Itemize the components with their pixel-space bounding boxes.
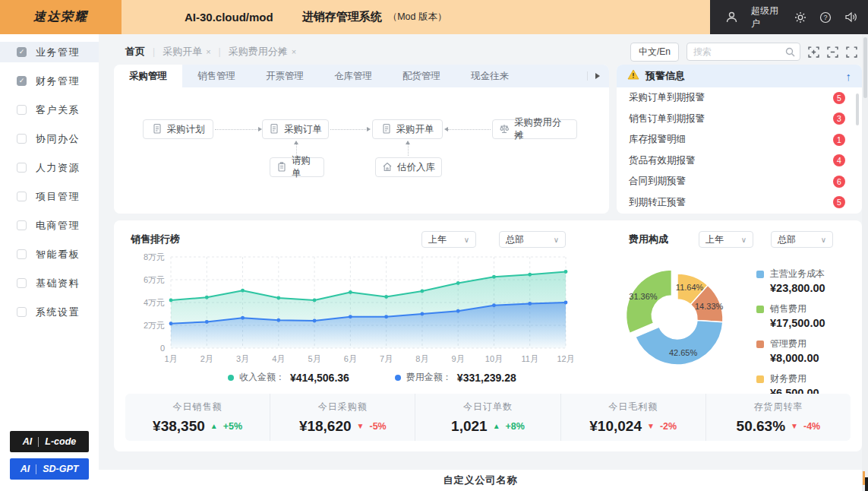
gear-icon[interactable] [794,11,806,24]
sidebar-item-4[interactable]: 协同办公 [0,128,99,149]
kpi-stat-1: 今日销售额¥38,350▲+5% [125,394,270,441]
alert-scrollbar[interactable] [856,93,859,125]
kpi-value-row: 1,021▲+8% [451,418,525,435]
tab-overflow-divider [587,71,588,81]
module-tab-4[interactable]: 仓库管理 [319,65,387,87]
tab-overflow-button[interactable] [578,65,609,87]
checkbox-icon[interactable]: ✓ [17,47,27,57]
sidebar-item-label: 人力资源 [36,161,80,175]
alert-item-6[interactable]: 到期转正预警5 [617,192,862,214]
module-tab-3[interactable]: 开票管理 [251,65,319,87]
donut-legend-name: 销售费用 [756,303,825,315]
module-tab-2[interactable]: 销售管理 [182,65,251,87]
dashboard-card: 销售排行榜 上年∨ 总部∨ 02万元4万元6万元8万元1月2月3月4月5月6月7… [114,220,862,451]
checkbox-icon[interactable]: ✓ [17,76,27,86]
module-tab-5[interactable]: 配货管理 [387,65,456,87]
sidebar-item-7[interactable]: 电商管理 [0,215,99,236]
alert-item-3[interactable]: 库存报警明细1 [617,129,862,150]
flow-node-5[interactable]: 请购单 [270,157,324,177]
sales-org-select[interactable]: 总部∨ [499,231,566,248]
donut-legend-item-1: 主营业务成本¥23,800.00 [756,268,825,294]
checkbox-icon[interactable] [17,105,27,115]
module-tab-bar: 采购管理销售管理开票管理仓库管理配货管理现金往来 [114,65,609,87]
sidebar-item-5[interactable]: 人力资源 [0,157,99,178]
legend-swatch [756,341,764,348]
expense-org-select[interactable]: 总部∨ [771,231,833,248]
kpi-change: -5% [369,421,386,432]
search-icon[interactable] [785,47,795,57]
sidebar-item-9[interactable]: 基础资料 [0,273,99,293]
checkbox-icon[interactable] [17,249,27,259]
alert-item-2[interactable]: 销售订单到期报警3 [617,109,862,130]
current-user-label[interactable]: 超级用户 [751,5,781,30]
module-tab-6[interactable]: 现金往来 [456,65,524,87]
user-icon[interactable] [725,11,738,24]
svg-text:11.64%: 11.64% [676,283,704,292]
breadcrumb-tab[interactable]: 首页 [125,45,145,59]
sidebar-item-6[interactable]: 项目管理 [0,186,99,207]
flow-node-2[interactable]: 采购订单 [262,119,329,139]
svg-text:8万元: 8万元 [144,252,165,261]
alert-item-1[interactable]: 采购订单到期报警5 [617,87,862,109]
sidebar-item-label: 业务管理 [36,46,80,59]
page-scrollbar[interactable] [862,34,868,491]
checkbox-icon[interactable] [17,307,27,317]
sdgpt-badge[interactable]: AI SD-GPT [10,458,89,480]
sidebar-item-8[interactable]: 智能看板 [0,244,99,265]
zoom-out-icon[interactable] [827,46,838,58]
badge-prefix: AI [23,436,33,447]
sidebar-item-1[interactable]: ✓业务管理 [0,42,99,62]
alert-item-5[interactable]: 合同到期预警6 [617,171,862,192]
donut-legend-value: ¥17,500.00 [770,317,825,329]
checkbox-icon[interactable] [17,163,27,173]
svg-text:2万元: 2万元 [144,321,165,330]
trend-down-icon: ▼ [791,422,798,430]
lcode-badge[interactable]: AI L-code [10,431,89,452]
select-value: 上年 [705,233,724,246]
checkbox-icon[interactable] [17,134,27,144]
zoom-in-icon[interactable] [808,46,819,58]
legend-swatch [756,306,764,313]
flow-node-6[interactable]: 估价入库 [375,157,442,177]
trend-up-icon: ▲ [493,422,500,430]
search-input[interactable] [693,46,785,57]
close-icon[interactable]: × [292,47,296,56]
language-toggle-button[interactable]: 中文/En [630,43,679,62]
fullscreen-icon[interactable] [846,46,857,58]
scrollbar-thumb[interactable] [863,37,867,98]
product-name: AI-30.cloud/mod [185,11,273,24]
flow-node-1[interactable]: 采购计划 [143,119,213,139]
flow-node-3[interactable]: 采购开单 [372,119,443,139]
breadcrumb-tab[interactable]: 采购费用分摊× [229,45,296,59]
sidebar-item-2[interactable]: ✓财务管理 [0,71,99,91]
flow-node-label: 采购订单 [284,123,322,136]
legend-dot [228,375,234,381]
kpi-stat-2: 今日采购额¥18,620▼-5% [270,394,415,441]
sidebar-item-label: 财务管理 [36,74,80,88]
close-icon[interactable]: × [206,47,210,56]
sidebar-item-10[interactable]: 系统设置 [0,302,99,322]
badge-name: SD-GPT [43,464,78,474]
chevron-down-icon: ∨ [741,236,746,244]
sidebar-item-3[interactable]: 客户关系 [0,100,99,120]
checkbox-icon[interactable] [17,220,27,230]
svg-text:4月: 4月 [272,354,285,363]
svg-text:?: ? [823,14,827,21]
speaker-icon[interactable] [844,11,857,23]
sidebar-item-label: 基础资料 [36,277,80,290]
help-icon[interactable]: ? [819,11,832,24]
kpi-label: 存货周转率 [753,401,803,413]
checkbox-icon[interactable] [17,278,27,288]
chevron-down-icon: ∨ [464,236,469,244]
breadcrumb-tab[interactable]: 采购开单× [163,45,210,59]
alert-item-4[interactable]: 货品有效期报警4 [617,150,862,172]
flow-node-4[interactable]: 采购费用分摊 [492,119,577,139]
sales-period-select[interactable]: 上年∨ [421,231,476,248]
checkbox-icon[interactable] [17,192,27,201]
search-box[interactable] [687,43,800,61]
module-tab-1[interactable]: 采购管理 [114,65,182,87]
breadcrumb-divider: | [153,46,155,57]
breadcrumb: 首页|采购开单×|采购费用分摊× [125,45,296,59]
expense-period-select[interactable]: 上年∨ [699,231,753,248]
collapse-up-icon[interactable]: ↑ [846,70,852,83]
